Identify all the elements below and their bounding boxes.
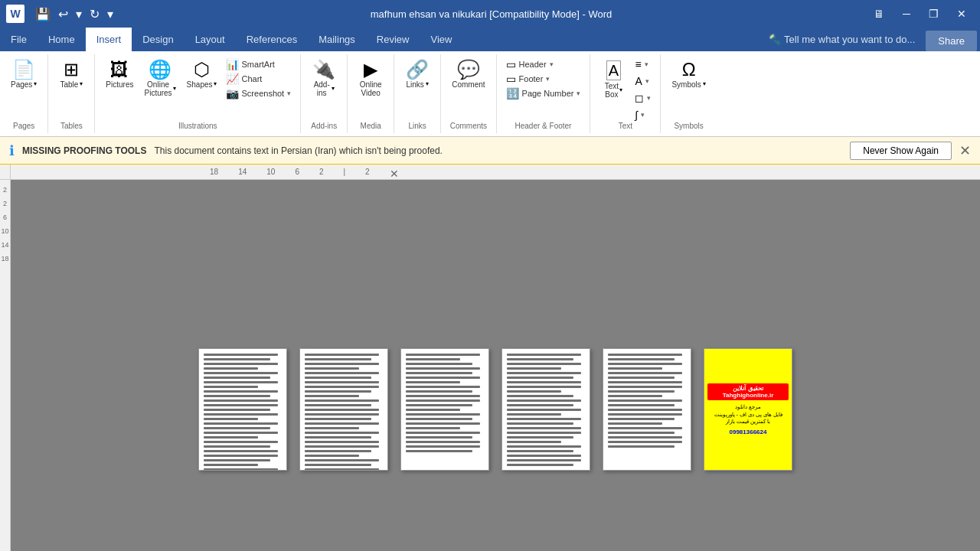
tab-view[interactable]: View — [420, 28, 462, 51]
online-pictures-button[interactable]: 🌐 OnlinePictures ▾ — [139, 57, 180, 100]
smartart-icon: 📊 — [226, 58, 239, 70]
header-button[interactable]: ▭ Header ▾ — [503, 57, 584, 71]
main-area: 2 2 6 10 14 18 — [0, 180, 980, 551]
window-icon-button[interactable]: 🖥 — [866, 5, 892, 23]
symbols-button[interactable]: Ω Symbols ▾ — [667, 57, 710, 92]
tab-mailings[interactable]: Mailings — [308, 28, 366, 51]
undo-button[interactable]: ↩ — [55, 5, 71, 23]
links-items: 🔗 Links ▾ — [400, 54, 434, 122]
text-col: ≡ ▾ A ▾ ◻ ▾ ∫ ▾ — [632, 57, 654, 122]
pictures-icon: 🖼 — [110, 60, 129, 79]
doc-page-5 — [603, 348, 691, 471]
info-close-button[interactable]: ✕ — [959, 142, 971, 159]
redo-button[interactable]: ↻ — [87, 5, 103, 23]
ribbon-group-comments: 💬 Comment Comments — [441, 54, 496, 133]
ad-text: مرجع دانلود فایل های پی دی اف - پاورپوین… — [714, 403, 782, 425]
comment-button[interactable]: 💬 Comment — [447, 57, 489, 92]
footer-label: Footer — [519, 74, 544, 83]
object-button[interactable]: ∫ ▾ — [632, 108, 654, 122]
screenshot-button[interactable]: 📷 Screenshot ▾ — [223, 86, 295, 100]
shapes-button[interactable]: ⬡ Shapes ▾ — [182, 57, 221, 92]
links-icon: 🔗 — [406, 60, 429, 79]
page-number-button[interactable]: 🔢 Page Number ▾ — [503, 86, 584, 100]
save-button[interactable]: 💾 — [32, 5, 54, 23]
signature-button[interactable]: ◻ ▾ — [632, 91, 654, 105]
tab-review[interactable]: Review — [366, 28, 420, 51]
online-pictures-icon: 🌐 — [149, 60, 172, 79]
links-button[interactable]: 🔗 Links ▾ — [400, 57, 434, 92]
ribbon-group-tables: ⊞ Table ▾ Tables — [48, 54, 95, 133]
comments-group-label: Comments — [450, 122, 487, 133]
illustrations-group-label: Illustrations — [178, 122, 217, 133]
footer-icon: ▭ — [506, 73, 516, 85]
chart-icon: 📈 — [226, 73, 239, 85]
document-area[interactable]: تحقیق آنلاینTahghighonline.ir مرجع دانلو… — [11, 180, 980, 551]
pictures-label: Pictures — [106, 80, 133, 89]
undo-dropdown[interactable]: ▾ — [73, 5, 85, 23]
restore-button[interactable]: ❐ — [921, 5, 946, 23]
close-button[interactable]: ✕ — [949, 5, 974, 23]
pages-label: Pages — [11, 80, 32, 89]
addins-icon: 🔌 — [312, 60, 335, 79]
tab-layout[interactable]: Layout — [185, 28, 236, 51]
ruler-corner — [0, 165, 11, 180]
header-label: Header — [519, 60, 547, 69]
ribbon-group-media: ▶ OnlineVideo Media — [348, 54, 394, 133]
page-1-lines — [204, 354, 282, 471]
wordart-button[interactable]: ≡ ▾ — [632, 57, 654, 71]
tab-design[interactable]: Design — [132, 28, 184, 51]
online-video-label: OnlineVideo — [360, 80, 382, 97]
tab-home[interactable]: Home — [38, 28, 86, 51]
tab-insert[interactable]: Insert — [86, 28, 132, 51]
links-group-label: Links — [409, 122, 426, 133]
never-show-again-button[interactable]: Never Show Again — [850, 142, 952, 160]
info-message: This document contains text in Persian (… — [154, 145, 442, 156]
chart-label: Chart — [242, 74, 263, 83]
dropcap-icon: A — [635, 75, 642, 87]
doc-page-1 — [198, 348, 287, 471]
pictures-button[interactable]: 🖼 Pictures — [101, 57, 138, 92]
info-bar: ℹ MISSING PROOFING TOOLS This document c… — [0, 137, 980, 165]
footer-button[interactable]: ▭ Footer ▾ — [503, 72, 584, 86]
comments-items: 💬 Comment — [447, 54, 489, 122]
ribbon-group-header-footer: ▭ Header ▾ ▭ Footer ▾ 🔢 Page Number ▾ — [497, 54, 591, 133]
addins-button[interactable]: 🔌 Add-ins ▾ — [307, 57, 341, 100]
pages-button[interactable]: 📄 Pages ▾ — [6, 57, 41, 92]
chart-button[interactable]: 📈 Chart — [223, 72, 295, 86]
textbox-icon: A — [606, 60, 621, 80]
page-5-lines — [608, 354, 686, 448]
ribbon: File Home Insert Design Layout Reference… — [0, 28, 980, 137]
ribbon-group-pages: 📄 Pages ▾ Pages — [0, 54, 48, 133]
object-icon: ∫ — [635, 109, 638, 121]
header-icon: ▭ — [506, 58, 516, 70]
tab-references[interactable]: References — [236, 28, 308, 51]
illustrations-items: 🖼 Pictures 🌐 OnlinePictures ▾ ⬡ Shapes ▾ — [101, 54, 294, 122]
window-controls: 🖥 ─ ❐ ✕ — [866, 5, 974, 23]
table-label: Table — [60, 80, 78, 89]
ribbon-group-symbols: Ω Symbols ▾ Symbols — [661, 54, 716, 133]
table-button[interactable]: ⊞ Table ▾ — [54, 57, 88, 92]
title-bar: W 💾 ↩ ▾ ↻ ▾ mafhum ehsan va nikukari [Co… — [0, 0, 980, 28]
minimize-button[interactable]: ─ — [895, 5, 918, 23]
smartart-label: SmartArt — [242, 60, 275, 69]
wordart-icon: ≡ — [635, 58, 641, 70]
screenshot-icon: 📷 — [226, 87, 239, 99]
share-button[interactable]: Share — [926, 31, 977, 51]
pages-row: تحقیق آنلاینTahghighonline.ir مرجع دانلو… — [198, 348, 792, 471]
online-video-button[interactable]: ▶ OnlineVideo — [354, 57, 387, 100]
dropcap-button[interactable]: A ▾ — [632, 74, 654, 88]
header-footer-col: ▭ Header ▾ ▭ Footer ▾ 🔢 Page Number ▾ — [503, 57, 584, 100]
symbols-group-label: Symbols — [674, 122, 703, 133]
page-2-lines — [305, 354, 383, 471]
info-icon: ℹ — [9, 142, 15, 159]
smartart-button[interactable]: 📊 SmartArt — [223, 57, 295, 71]
ribbon-help: 🔦 Tell me what you want to do... — [758, 28, 926, 51]
textbox-button[interactable]: A TextBox ▾ — [596, 57, 630, 102]
tab-file[interactable]: File — [0, 28, 38, 51]
addins-group-label: Add-ins — [311, 122, 337, 133]
quick-access-toolbar: 💾 ↩ ▾ ↻ ▾ — [32, 5, 116, 23]
vertical-ruler: 2 2 6 10 14 18 — [0, 180, 11, 551]
customize-qat[interactable]: ▾ — [104, 5, 116, 23]
info-title: MISSING PROOFING TOOLS — [22, 145, 146, 156]
ad-title: تحقیق آنلاینTahghighonline.ir — [707, 383, 789, 400]
